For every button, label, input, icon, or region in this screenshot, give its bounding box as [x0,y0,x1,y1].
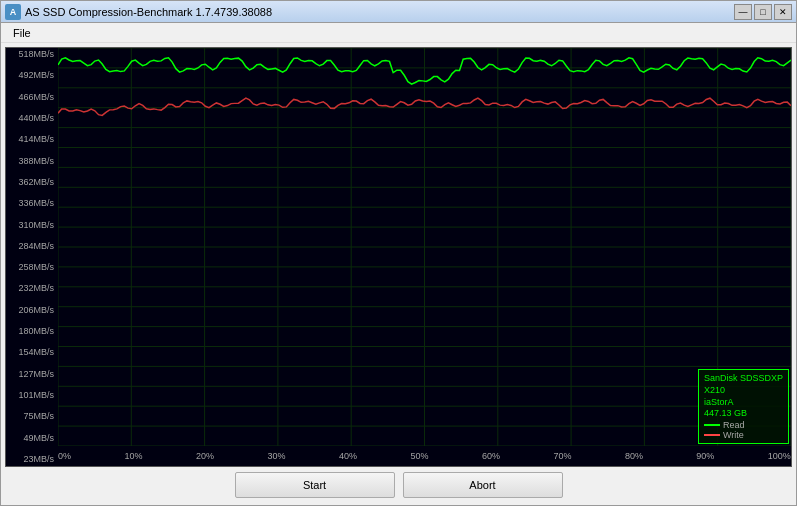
legend-line3: iaStorA [704,397,783,409]
maximize-button[interactable]: □ [754,4,772,20]
x-axis-label: 80% [625,451,643,461]
legend-line2: X210 [704,385,783,397]
close-button[interactable]: ✕ [774,4,792,20]
y-axis-label: 127MB/s [6,370,56,379]
legend-write-label: Write [723,430,744,440]
y-axis-label: 232MB/s [6,284,56,293]
file-menu[interactable]: File [5,25,39,41]
y-axis-label: 206MB/s [6,306,56,315]
window-controls: — □ ✕ [734,4,792,20]
y-axis-label: 518MB/s [6,50,56,59]
write-line-sample [704,434,720,436]
title-bar: A AS SSD Compression-Benchmark 1.7.4739.… [1,1,796,23]
legend-write: Write [704,430,783,440]
x-axis-label: 40% [339,451,357,461]
x-axis-label: 70% [553,451,571,461]
y-axis-label: 180MB/s [6,327,56,336]
minimize-button[interactable]: — [734,4,752,20]
y-axis-label: 310MB/s [6,221,56,230]
y-axis-label: 466MB/s [6,93,56,102]
y-axis: 518MB/s492MB/s466MB/s440MB/s414MB/s388MB… [6,48,58,466]
chart-area: 518MB/s492MB/s466MB/s440MB/s414MB/s388MB… [1,43,796,505]
x-axis-label: 30% [267,451,285,461]
x-axis-label: 50% [410,451,428,461]
y-axis-label: 440MB/s [6,114,56,123]
start-button[interactable]: Start [235,472,395,498]
legend-read: Read [704,420,783,430]
y-axis-label: 362MB/s [6,178,56,187]
x-axis-label: 0% [58,451,71,461]
legend-line4: 447.13 GB [704,408,783,420]
y-axis-label: 414MB/s [6,135,56,144]
chart-inner [58,48,791,446]
button-row: Start Abort [5,467,792,503]
legend-line1: SanDisk SDSSDXP [704,373,783,385]
x-axis: 0%10%20%30%40%50%60%70%80%90%100% [58,446,791,466]
y-axis-label: 388MB/s [6,157,56,166]
y-axis-label: 492MB/s [6,71,56,80]
y-axis-label: 258MB/s [6,263,56,272]
x-axis-label: 20% [196,451,214,461]
y-axis-label: 336MB/s [6,199,56,208]
y-axis-label: 75MB/s [6,412,56,421]
abort-button[interactable]: Abort [403,472,563,498]
menu-bar: File [1,23,796,43]
chart-container: 518MB/s492MB/s466MB/s440MB/s414MB/s388MB… [5,47,792,467]
x-axis-label: 90% [696,451,714,461]
window-title: AS SSD Compression-Benchmark 1.7.4739.38… [25,6,734,18]
x-axis-label: 100% [768,451,791,461]
app-icon: A [5,4,21,20]
legend-box: SanDisk SDSSDXP X210 iaStorA 447.13 GB R… [698,369,789,444]
main-window: A AS SSD Compression-Benchmark 1.7.4739.… [0,0,797,506]
legend-read-label: Read [723,420,745,430]
read-line-sample [704,424,720,426]
y-axis-label: 101MB/s [6,391,56,400]
x-axis-label: 10% [124,451,142,461]
x-axis-label: 60% [482,451,500,461]
y-axis-label: 23MB/s [6,455,56,464]
y-axis-label: 154MB/s [6,348,56,357]
y-axis-label: 284MB/s [6,242,56,251]
y-axis-label: 49MB/s [6,434,56,443]
